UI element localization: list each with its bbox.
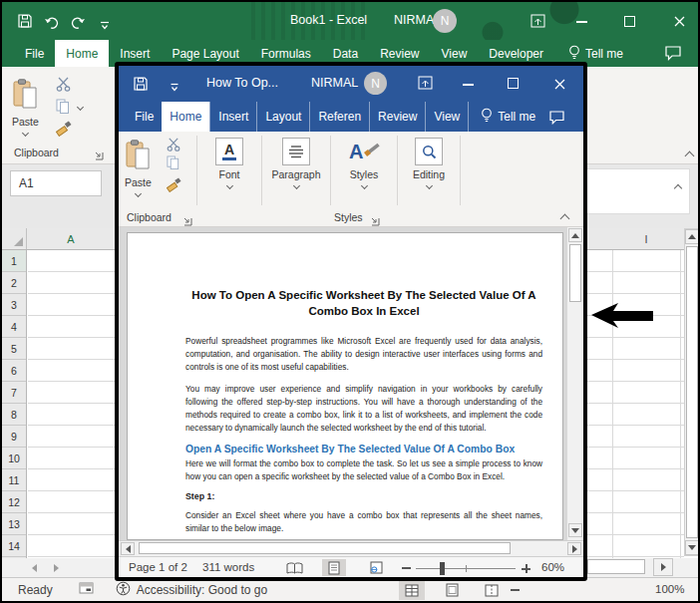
- avatar[interactable]: N: [433, 9, 457, 33]
- paragraph-group-button[interactable]: Paragraph: [262, 132, 330, 209]
- account-name[interactable]: NIRMAL: [311, 76, 358, 90]
- dialog-launcher-icon[interactable]: [94, 147, 104, 164]
- sheet-nav-left-icon[interactable]: [32, 564, 37, 572]
- paste-button[interactable]: Paste: [125, 134, 152, 196]
- row-header[interactable]: 1: [2, 250, 26, 272]
- scroll-up-arrow[interactable]: [568, 228, 582, 242]
- zoom-out-icon[interactable]: [402, 567, 411, 569]
- comments-icon[interactable]: [664, 45, 682, 65]
- row-header[interactable]: 8: [2, 404, 26, 426]
- sheet-cells-right[interactable]: [587, 250, 684, 560]
- scroll-down-arrow[interactable]: [568, 523, 582, 537]
- maximize-icon[interactable]: [624, 16, 635, 27]
- select-all-button[interactable]: [2, 228, 27, 249]
- excel-horizontal-scrollbar[interactable]: [587, 558, 700, 577]
- chevron-down-icon[interactable]: [77, 104, 84, 111]
- scrollbar-thumb[interactable]: [587, 559, 645, 574]
- row-header[interactable]: 12: [2, 491, 26, 513]
- sheet-nav-right-icon[interactable]: [54, 564, 59, 572]
- close-icon[interactable]: [673, 14, 686, 32]
- customize-qat-icon[interactable]: [169, 79, 180, 97]
- zoom-slider[interactable]: [416, 568, 516, 569]
- excel-vertical-scrollbar[interactable]: [684, 228, 700, 556]
- close-icon[interactable]: [553, 77, 566, 95]
- page-break-view-icon[interactable]: [479, 580, 505, 600]
- row-header[interactable]: 13: [2, 513, 26, 535]
- row-header[interactable]: 3: [2, 294, 26, 316]
- page-count[interactable]: Page 1 of 2: [129, 561, 187, 573]
- zoom-out-icon[interactable]: [511, 589, 520, 591]
- macro-record-icon[interactable]: [79, 582, 94, 597]
- tell-me-button[interactable]: Tell me: [473, 102, 543, 132]
- row-header[interactable]: 9: [2, 426, 26, 448]
- maximize-icon[interactable]: [508, 78, 519, 89]
- scroll-right-arrow[interactable]: [653, 558, 673, 576]
- ribbon-tab[interactable]: File: [127, 102, 162, 132]
- web-layout-icon[interactable]: [364, 559, 388, 576]
- save-icon[interactable]: [134, 77, 148, 95]
- styles-group-button[interactable]: A Styles: [331, 132, 397, 209]
- editing-group-button[interactable]: Editing: [398, 132, 460, 209]
- redo-icon[interactable]: [70, 15, 86, 33]
- row-header[interactable]: 5: [2, 338, 26, 360]
- ribbon-tab[interactable]: Review: [369, 102, 425, 132]
- word-vertical-scrollbar[interactable]: [567, 227, 583, 540]
- name-box[interactable]: A1: [10, 170, 102, 196]
- ribbon-display-options-icon[interactable]: [530, 14, 545, 32]
- scrollbar-thumb[interactable]: [569, 244, 581, 302]
- minimize-icon[interactable]: [463, 84, 474, 86]
- document-page[interactable]: How To Open A Specific Worksheet By The …: [127, 232, 563, 540]
- print-layout-icon[interactable]: [322, 559, 346, 576]
- copy-icon[interactable]: [167, 155, 180, 174]
- ribbon-tab[interactable]: Referen: [309, 102, 369, 132]
- accessibility-status[interactable]: Accessibility: Good to go: [137, 583, 267, 597]
- column-header-i[interactable]: I: [612, 228, 680, 249]
- row-header[interactable]: 14: [2, 535, 26, 557]
- accessibility-icon[interactable]: [116, 581, 131, 599]
- ribbon-tab[interactable]: Insert: [209, 102, 256, 132]
- comments-icon[interactable]: [548, 110, 565, 129]
- word-count[interactable]: 311 words: [202, 561, 254, 573]
- paste-button[interactable]: Paste: [12, 73, 39, 136]
- format-painter-icon[interactable]: [56, 121, 72, 141]
- ribbon-display-options-icon[interactable]: [418, 76, 433, 94]
- scrollbar-thumb[interactable]: [686, 246, 698, 538]
- normal-view-icon[interactable]: [399, 580, 425, 600]
- ribbon-tab[interactable]: Home: [55, 40, 109, 67]
- row-header[interactable]: 2: [2, 272, 26, 294]
- cut-icon[interactable]: [56, 77, 71, 96]
- format-painter-icon[interactable]: [167, 177, 181, 196]
- zoom-slider-thumb[interactable]: [440, 562, 445, 575]
- ribbon-tab[interactable]: View: [425, 102, 469, 132]
- font-group-button[interactable]: A Font: [197, 132, 261, 209]
- ribbon-tab[interactable]: File: [14, 40, 55, 67]
- read-mode-icon[interactable]: [282, 559, 306, 576]
- customize-qat-icon[interactable]: [98, 17, 112, 35]
- scrollbar-thumb[interactable]: [139, 542, 511, 554]
- sheet-cells-left[interactable]: [28, 250, 115, 560]
- row-header[interactable]: 6: [2, 360, 26, 382]
- page-layout-view-icon[interactable]: [439, 580, 465, 600]
- save-icon[interactable]: [18, 14, 32, 32]
- scroll-down-arrow[interactable]: [685, 540, 699, 555]
- word-horizontal-scrollbar[interactable]: [119, 540, 583, 556]
- ribbon-tab[interactable]: Home: [162, 102, 209, 132]
- scroll-right-arrow[interactable]: [567, 542, 581, 555]
- row-header[interactable]: 7: [2, 382, 26, 404]
- column-header-a[interactable]: A: [28, 228, 114, 249]
- scroll-up-arrow[interactable]: [685, 229, 699, 244]
- row-header[interactable]: 11: [2, 469, 26, 491]
- collapse-ribbon-icon[interactable]: [685, 151, 695, 161]
- minimize-icon[interactable]: [576, 21, 587, 23]
- zoom-level[interactable]: 100%: [655, 583, 684, 595]
- expand-formula-bar-icon[interactable]: [674, 184, 682, 192]
- row-header[interactable]: 4: [2, 316, 26, 338]
- zoom-level[interactable]: 60%: [541, 561, 564, 573]
- undo-icon[interactable]: [44, 15, 60, 33]
- avatar[interactable]: N: [364, 72, 387, 95]
- copy-icon[interactable]: [56, 99, 71, 119]
- scroll-left-arrow[interactable]: [121, 542, 135, 555]
- row-header[interactable]: 10: [2, 448, 26, 469]
- ribbon-tab[interactable]: Layout: [256, 102, 309, 132]
- collapse-ribbon-icon[interactable]: [560, 214, 570, 224]
